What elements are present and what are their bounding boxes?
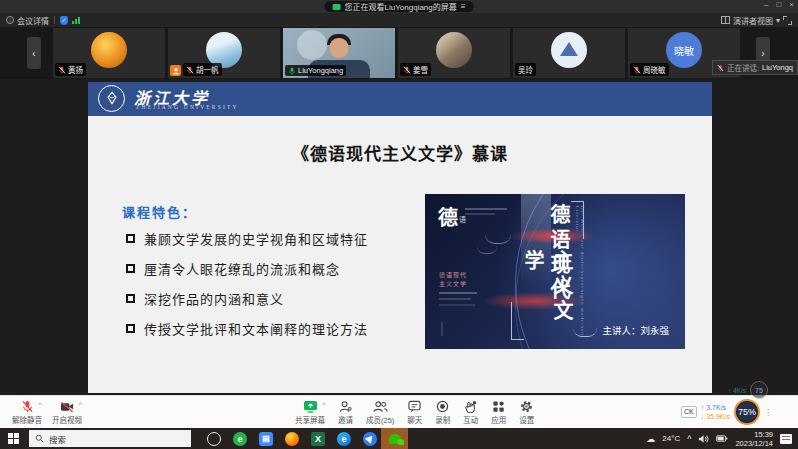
- participant-label: 吴玲: [515, 63, 536, 76]
- browser-360-icon[interactable]: e: [233, 432, 247, 446]
- fullscreen-icon[interactable]: [783, 16, 792, 25]
- square-bullet-icon: [126, 264, 135, 273]
- cover-left-line1: 德语现代: [439, 270, 467, 279]
- avatar: [91, 32, 127, 68]
- banner-menu-icon[interactable]: ≡: [461, 2, 466, 11]
- unmute-button[interactable]: ^ 解除静音: [12, 399, 42, 425]
- tray-expand-icon[interactable]: ^: [687, 434, 691, 444]
- speaking-indicator: 正在讲话: LiuYongq: [712, 60, 798, 75]
- more-icon[interactable]: ⋮: [764, 408, 772, 417]
- view-mode-label: 演讲者视图: [733, 15, 773, 26]
- meeting-details-link[interactable]: 会议详情: [17, 15, 49, 26]
- participant-strip: ‹ 黄扬 胡一帆 LiuYongq: [0, 27, 798, 79]
- mic-muted-icon: [633, 66, 641, 74]
- clock[interactable]: 15:39 2023/12/14: [735, 430, 773, 448]
- taskbar-search-input[interactable]: 搜索: [29, 430, 191, 447]
- mic-on-icon: [288, 67, 296, 75]
- mic-muted-icon: [717, 64, 724, 72]
- participant-tile-speaking[interactable]: LiuYongqiang: [283, 28, 395, 78]
- system-tray: ☁ 24°C ^ 15:39 2023/12/14: [646, 430, 798, 448]
- avatar: 晓敏: [666, 32, 702, 68]
- participant-tile[interactable]: 黄扬: [53, 28, 165, 78]
- volume-icon[interactable]: [698, 434, 709, 444]
- strip-prev-button[interactable]: ‹: [27, 37, 41, 69]
- net-speeds: ↑ 3.7K/s ↓ 35.9K/s: [701, 403, 730, 421]
- apps-icon: [492, 400, 505, 413]
- mic-muted-icon: [21, 400, 34, 413]
- widget-ck-label: CK: [681, 406, 697, 418]
- wechat-taskbar-button[interactable]: [381, 428, 408, 449]
- maximize-button[interactable]: □: [776, 0, 781, 9]
- meeting-menubar: i 会议详情 ✓ 演讲者视图 ▾: [0, 13, 798, 27]
- start-button[interactable]: [8, 433, 20, 445]
- info-icon: i: [6, 16, 14, 24]
- net-speed-widget[interactable]: CK ↑ 3.7K/s ↓ 35.9K/s 75% ⋮: [681, 399, 772, 425]
- mic-muted-icon: [186, 66, 194, 74]
- bullet-item: 传授文学批评和文本阐释的理论方法: [126, 319, 368, 338]
- share-screen-icon: [303, 400, 318, 413]
- square-bullet-icon: [126, 324, 135, 333]
- bullet-item: 深挖作品的内涵和意义: [126, 289, 284, 308]
- docs-app-icon[interactable]: [363, 432, 377, 446]
- cover-presenter: 主讲人：刘永强: [573, 323, 669, 337]
- minimize-button[interactable]: –: [764, 0, 768, 9]
- avatar: [551, 32, 587, 68]
- zhejiang-university-logo-icon: [98, 85, 125, 112]
- cortana-icon[interactable]: [207, 432, 221, 446]
- chat-icon: [408, 400, 421, 413]
- start-video-button[interactable]: ^ 开启视频: [52, 399, 82, 425]
- cover-title-col2: 主义文学: [519, 250, 577, 349]
- section-heading: 课程特色：: [122, 202, 197, 221]
- action-center-icon[interactable]: [780, 434, 792, 444]
- presentation-slide: 浙江大学 ZHEJIANG UNIVERSITY 《德语现代主义文学》慕课 课程…: [88, 82, 712, 393]
- decorative-arc: [573, 328, 597, 337]
- meeting-toolbar: ^ 解除静音 ^ 开启视频 ^ 共享屏幕 邀请: [0, 395, 798, 428]
- wechat-icon: [389, 434, 401, 444]
- participant-tile[interactable]: 胡一帆: [168, 28, 280, 78]
- divider: [54, 16, 55, 24]
- excel-icon[interactable]: X: [311, 432, 325, 446]
- participant-label: 胡一帆: [183, 63, 222, 76]
- security-shield-icon[interactable]: ✓: [60, 16, 68, 25]
- edge-browser-icon[interactable]: e: [337, 432, 351, 446]
- battery-percent-ball[interactable]: 75%: [734, 399, 760, 425]
- participant-tile[interactable]: 姜雪: [398, 28, 510, 78]
- speaking-prefix: 正在讲话:: [727, 62, 759, 73]
- avatar: [436, 32, 472, 68]
- battery-icon[interactable]: [716, 434, 728, 443]
- search-icon: [35, 434, 44, 443]
- university-name-en: ZHEJIANG UNIVERSITY: [136, 104, 239, 110]
- temperature[interactable]: 24°C: [662, 434, 680, 443]
- cover-left-line2: 主义文学: [439, 279, 467, 288]
- close-button[interactable]: ×: [789, 0, 794, 9]
- record-icon: [436, 400, 449, 413]
- cover-big-char: 德: [438, 202, 458, 231]
- dropdown-icon: ▾: [776, 16, 780, 25]
- participant-tile[interactable]: 吴玲: [513, 28, 625, 78]
- battery-ball: 75: [750, 381, 768, 399]
- shared-screen-area: 浙江大学 ZHEJIANG UNIVERSITY 《德语现代主义文学》慕课 课程…: [0, 79, 798, 395]
- weather-icon[interactable]: ☁: [646, 434, 655, 444]
- course-cover-image: 德语现代 主义文学 Der MOOC zur deutschsprachigen…: [425, 194, 685, 349]
- gear-icon: [520, 400, 533, 413]
- interaction-icon: [464, 400, 477, 413]
- pc-manager-icon[interactable]: ▤: [259, 432, 273, 446]
- participant-label: LiuYongqiang: [285, 65, 346, 76]
- view-mode-switcher[interactable]: 演讲者视图 ▾: [721, 15, 792, 26]
- square-bullet-icon: [126, 234, 135, 243]
- mic-muted-icon: [58, 66, 66, 74]
- meeting-window: 您正在观看LiuYongqiang的屏幕 ≡ – □ × i 会议详情 ✓ 演讲…: [0, 0, 798, 449]
- network-signal-icon: [72, 17, 80, 24]
- participant-label: 周晓敏: [630, 63, 669, 76]
- windows-taskbar: 搜索 e ▤ X e ☁ 24°C ^ 15:39 2023/12/14: [0, 428, 798, 449]
- watching-banner: 您正在观看LiuYongqiang的屏幕 ≡: [325, 1, 474, 12]
- cover-small-char: 语: [459, 214, 466, 224]
- host-badge-icon: [170, 65, 181, 76]
- mic-muted-icon: [403, 66, 411, 74]
- camera-off-icon: [60, 400, 74, 413]
- slide-header-bar: 浙江大学 ZHEJIANG UNIVERSITY: [88, 82, 712, 116]
- watching-text: 您正在观看LiuYongqiang的屏幕: [345, 1, 457, 12]
- net-speed-widget-ghost: ↑ 4K/s 75: [728, 381, 768, 399]
- slide-title: 《德语现代主义文学》慕课: [88, 140, 712, 165]
- firefox-icon[interactable]: [285, 432, 299, 446]
